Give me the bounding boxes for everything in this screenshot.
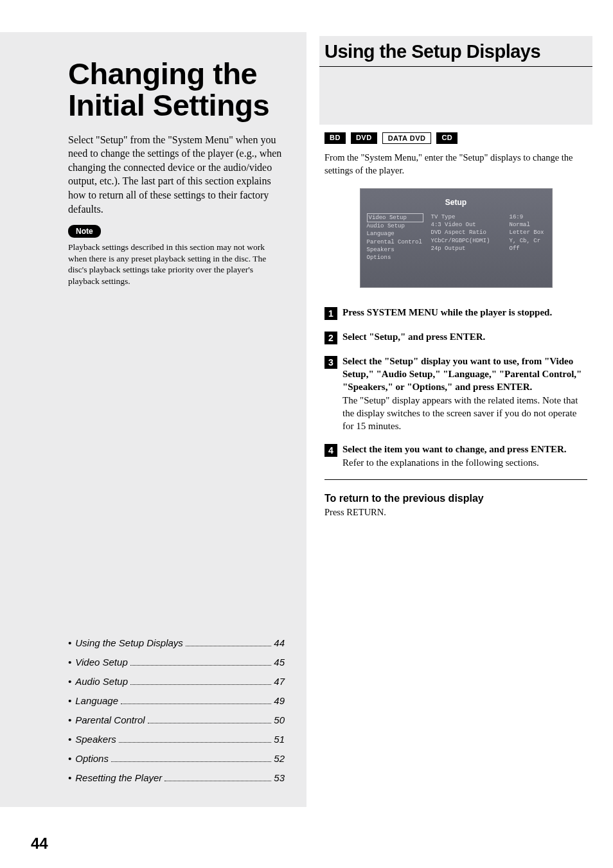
chapter-title: Changing the Initial Settings xyxy=(68,58,285,121)
setup-menu-item: Video Setup xyxy=(367,213,423,222)
setup-menu-item: Options xyxy=(367,254,423,261)
setup-menu-item: Parental Control xyxy=(367,238,423,246)
setup-setting-value: Off xyxy=(510,245,546,252)
section-intro: From the "System Menu," enter the "Setup… xyxy=(324,152,587,177)
toc-item: •Speakers51 xyxy=(68,730,285,749)
steps-list: 1 Press SYSTEM MENU while the player is … xyxy=(324,306,587,469)
step-number: 1 xyxy=(324,307,337,320)
divider xyxy=(324,479,587,480)
toc-item: •Audio Setup47 xyxy=(68,672,285,691)
toc-item: •Parental Control50 xyxy=(68,711,285,730)
badge-dvd: DVD xyxy=(351,132,377,144)
disc-badges: BD DVD DATA DVD CD xyxy=(324,132,587,144)
setup-setting-label: 4:3 Video Out xyxy=(431,221,502,229)
toc-label: Parental Control xyxy=(75,711,145,730)
section-title: Using the Setup Displays xyxy=(319,36,592,67)
toc-label: Video Setup xyxy=(75,653,127,672)
setup-setting-value: 16:9 xyxy=(510,213,546,221)
step-number: 3 xyxy=(324,356,337,369)
toc-label: Resetting the Player xyxy=(75,768,162,788)
setup-setting-value: Letter Box xyxy=(510,229,546,236)
step-instruction: Select the item you want to change, and … xyxy=(342,444,566,454)
setup-menu-item: Language xyxy=(367,230,423,238)
step: 4 Select the item you want to change, an… xyxy=(324,443,587,469)
subsection-heading: To return to the previous display xyxy=(324,493,587,504)
setup-setting-label: DVD Aspect Ratio xyxy=(431,229,502,236)
toc-page: 49 xyxy=(274,691,285,711)
step-note: The "Setup" display appears with the rel… xyxy=(342,395,578,432)
chapter-intro: Select "Setup" from the "System Menu" wh… xyxy=(68,133,285,217)
setup-setting-value: Y, Cb, Cr xyxy=(510,237,546,245)
toc-item: •Language49 xyxy=(68,691,285,711)
badge-bd: BD xyxy=(324,132,346,144)
setup-setting-label: TV Type xyxy=(431,213,502,221)
note-label: Note xyxy=(68,225,101,238)
step: 3 Select the "Setup" display you want to… xyxy=(324,355,587,433)
toc-page: 45 xyxy=(274,653,285,672)
step-instruction: Press SYSTEM MENU while the player is st… xyxy=(342,307,552,317)
setup-screenshot: Setup Video Setup Audio Setup Language P… xyxy=(360,188,553,288)
page-number: 44 xyxy=(31,835,48,853)
toc-page: 50 xyxy=(274,711,285,730)
toc-label: Speakers xyxy=(75,730,116,749)
setup-setting-value: Normal xyxy=(510,221,546,229)
note-text: Playback settings described in this sect… xyxy=(68,242,285,287)
step: 2 Select "Setup," and press ENTER. xyxy=(324,330,587,344)
step-number: 4 xyxy=(324,444,337,457)
step-note: Refer to the explanations in the followi… xyxy=(342,457,539,468)
toc-item: •Options52 xyxy=(68,749,285,768)
setup-setting-label: 24p Output xyxy=(431,245,502,252)
subsection-body: Press RETURN. xyxy=(324,507,587,518)
toc-label: Audio Setup xyxy=(75,672,128,691)
setup-setting-label: YCbCr/RGBPC(HDMI) xyxy=(431,237,502,245)
toc-label: Language xyxy=(75,691,118,711)
toc-item: •Using the Setup Displays44 xyxy=(68,633,285,653)
setup-screenshot-title: Setup xyxy=(367,198,546,207)
toc-page: 53 xyxy=(274,768,285,788)
step-instruction: Select "Setup," and press ENTER. xyxy=(342,332,485,342)
toc-item: •Video Setup45 xyxy=(68,653,285,672)
toc-label: Options xyxy=(75,749,109,768)
step-instruction: Select the "Setup" display you want to u… xyxy=(342,356,582,393)
toc-page: 47 xyxy=(274,672,285,691)
badge-cd: CD xyxy=(436,132,458,144)
toc-page: 51 xyxy=(274,730,285,749)
setup-menu-item: Audio Setup xyxy=(367,222,423,230)
step: 1 Press SYSTEM MENU while the player is … xyxy=(324,306,587,320)
toc-label: Using the Setup Displays xyxy=(75,633,183,653)
badge-datadvd: DATA DVD xyxy=(382,132,432,144)
step-number: 2 xyxy=(324,332,337,344)
table-of-contents: •Using the Setup Displays44 •Video Setup… xyxy=(68,633,285,788)
toc-item: •Resetting the Player53 xyxy=(68,768,285,788)
toc-page: 44 xyxy=(274,633,285,653)
setup-menu-item: Speakers xyxy=(367,246,423,254)
toc-page: 52 xyxy=(274,749,285,768)
